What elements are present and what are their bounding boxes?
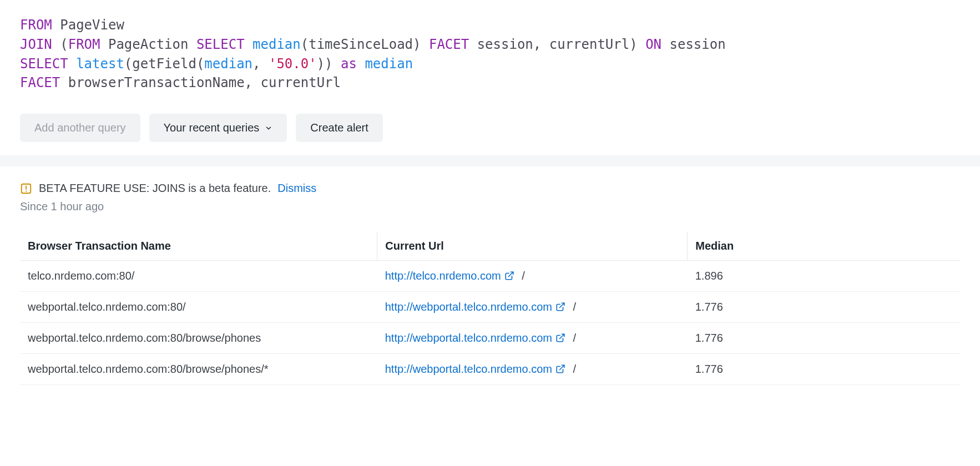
table-row[interactable]: telco.nrdemo.com:80/http://telco.nrdemo.…: [20, 261, 960, 292]
dismiss-link[interactable]: Dismiss: [277, 182, 316, 195]
recent-queries-button[interactable]: Your recent queries: [149, 114, 287, 142]
svg-line-5: [559, 334, 564, 338]
svg-line-4: [559, 303, 564, 307]
fn-median: median: [252, 37, 301, 52]
col-median[interactable]: Median: [688, 232, 960, 261]
kw-facet2: FACET: [20, 75, 60, 90]
warn-icon: [20, 183, 32, 195]
kw-from: FROM: [20, 17, 52, 33]
query-toolbar: Add another query Your recent queries Cr…: [20, 114, 960, 142]
fn-getfield: getField: [132, 56, 196, 72]
recent-queries-label: Your recent queries: [164, 121, 260, 134]
add-query-label: Add another query: [34, 121, 126, 134]
str-literal: '50.0': [269, 56, 317, 72]
create-alert-button[interactable]: Create alert: [296, 114, 383, 142]
kw-select: SELECT: [196, 37, 245, 52]
url-link[interactable]: http://webportal.telco.nrdemo.com: [385, 332, 552, 344]
cell-current-url: http://webportal.telco.nrdemo.com /: [377, 323, 688, 354]
fn-latest: latest: [76, 56, 124, 72]
beta-notice: BETA FEATURE USE: JOINS is a beta featur…: [20, 182, 960, 195]
table-row[interactable]: webportal.telco.nrdemo.com:80/http://web…: [20, 292, 960, 323]
cell-median: 1.776: [688, 354, 960, 385]
since-text: Since 1 hour ago: [20, 200, 960, 213]
section-divider: [0, 155, 980, 166]
cell-median: 1.776: [688, 292, 960, 323]
cell-median: 1.896: [688, 261, 960, 292]
alias-median: median: [365, 56, 413, 72]
svg-point-2: [26, 190, 27, 191]
svg-line-3: [508, 272, 513, 276]
cell-browser-transaction-name: webportal.telco.nrdemo.com:80/: [20, 292, 377, 323]
cell-current-url: http://webportal.telco.nrdemo.com /: [377, 292, 688, 323]
external-link-icon: [504, 271, 514, 281]
tbl-pageview: PageView: [60, 17, 124, 33]
kw-join: JOIN: [20, 37, 52, 52]
cell-browser-transaction-name: webportal.telco.nrdemo.com:80/browse/pho…: [20, 323, 377, 354]
col-browser-transaction-name[interactable]: Browser Transaction Name: [20, 232, 377, 261]
url-link[interactable]: http://webportal.telco.nrdemo.com: [385, 301, 552, 313]
external-link-icon: [555, 364, 565, 374]
create-alert-label: Create alert: [310, 121, 368, 134]
query-editor-section: FROM PageView JOIN (FROM PageAction SELE…: [0, 0, 980, 155]
table-row[interactable]: webportal.telco.nrdemo.com:80/browse/pho…: [20, 354, 960, 385]
url-link[interactable]: http://webportal.telco.nrdemo.com: [385, 363, 552, 375]
url-suffix: /: [570, 301, 576, 313]
kw-from2: FROM: [68, 37, 100, 52]
cell-browser-transaction-name: webportal.telco.nrdemo.com:80/browse/pho…: [20, 354, 377, 385]
cell-browser-transaction-name: telco.nrdemo.com:80/: [20, 261, 377, 292]
results-table: Browser Transaction Name Current Url Med…: [20, 232, 960, 385]
chevron-down-icon: [265, 124, 272, 132]
col-current-url[interactable]: Current Url: [377, 232, 688, 261]
external-link-icon: [555, 333, 565, 343]
url-link[interactable]: http://telco.nrdemo.com: [385, 270, 501, 282]
url-suffix: /: [570, 332, 576, 344]
url-suffix: /: [519, 270, 525, 282]
beta-text: BETA FEATURE USE: JOINS is a beta featur…: [39, 182, 271, 195]
kw-select2: SELECT: [20, 56, 68, 72]
kw-as: as: [341, 56, 357, 72]
table-header-row: Browser Transaction Name Current Url Med…: [20, 232, 960, 261]
external-link-icon: [555, 302, 565, 312]
url-suffix: /: [570, 363, 576, 375]
cell-current-url: http://webportal.telco.nrdemo.com /: [377, 354, 688, 385]
table-row[interactable]: webportal.telco.nrdemo.com:80/browse/pho…: [20, 323, 960, 354]
cell-current-url: http://telco.nrdemo.com /: [377, 261, 688, 292]
svg-line-6: [559, 365, 564, 369]
tbl-pageaction: PageAction: [108, 37, 189, 52]
kw-facet: FACET: [429, 37, 469, 52]
nrql-query[interactable]: FROM PageView JOIN (FROM PageAction SELE…: [20, 16, 960, 93]
results-section: BETA FEATURE USE: JOINS is a beta featur…: [0, 166, 980, 396]
cell-median: 1.776: [688, 323, 960, 354]
add-another-query-button[interactable]: Add another query: [20, 114, 140, 142]
kw-on: ON: [645, 37, 661, 52]
arg-median: median: [204, 56, 252, 72]
